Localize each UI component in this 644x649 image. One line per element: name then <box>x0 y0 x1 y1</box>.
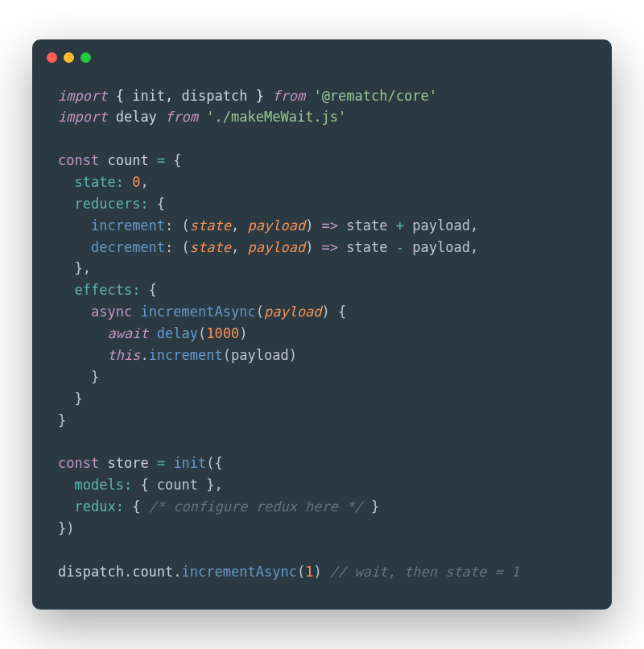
token-key: state: <box>74 174 123 190</box>
token: count <box>107 152 148 168</box>
token-keyword: async <box>91 304 132 320</box>
token: { <box>149 196 165 212</box>
token-param: payload <box>264 304 322 320</box>
token-number: 1000 <box>206 325 239 341</box>
token: . <box>173 564 181 580</box>
token-param: payload <box>247 239 305 255</box>
token: . <box>140 347 148 363</box>
token: state <box>338 239 396 255</box>
token <box>132 304 140 320</box>
token <box>58 239 91 255</box>
token-fn: delay <box>157 325 198 341</box>
token-arrow: => <box>322 239 338 255</box>
token: init <box>132 88 165 104</box>
token <box>58 325 107 341</box>
token: , <box>231 217 247 234</box>
token <box>99 152 107 168</box>
token-keyword: import <box>58 109 107 125</box>
token-keyword: from <box>272 88 305 104</box>
token-keyword: this <box>107 347 140 363</box>
token: ( <box>297 564 305 580</box>
token-fn: increment <box>149 347 223 363</box>
token: dispatch <box>58 564 124 580</box>
token: } <box>363 498 379 515</box>
token: payload, <box>404 217 478 234</box>
token-fn: decrement <box>91 239 165 255</box>
token <box>198 109 206 125</box>
token-key: effects: <box>74 282 140 298</box>
token <box>124 174 132 190</box>
token: delay <box>116 109 157 125</box>
token: payload, <box>404 239 478 255</box>
token-keyword: const <box>58 152 99 168</box>
token: ) { <box>322 304 347 320</box>
token-keyword: import <box>58 88 107 104</box>
token: { <box>140 282 156 298</box>
token: store <box>107 455 148 471</box>
token <box>58 304 91 320</box>
token-param: state <box>190 239 231 255</box>
token <box>149 455 157 471</box>
token: ( <box>256 304 264 320</box>
token <box>305 88 313 104</box>
token-keyword: const <box>58 455 99 471</box>
token: }) <box>58 520 74 536</box>
token: , <box>165 88 181 104</box>
token-comment: // wait, then state = 1 <box>330 564 519 580</box>
token-key: redux: <box>74 498 123 515</box>
token: state <box>338 217 396 234</box>
token-op: + <box>396 217 404 234</box>
token: { <box>165 152 181 168</box>
token <box>58 498 74 515</box>
token: , <box>140 174 148 190</box>
token-param: payload <box>247 217 305 234</box>
token-number: 0 <box>132 174 140 190</box>
token <box>58 196 74 212</box>
minimize-icon[interactable] <box>64 52 74 63</box>
token <box>58 217 91 234</box>
maximize-icon[interactable] <box>80 52 91 63</box>
token: ) <box>313 564 329 580</box>
token-keyword: await <box>107 325 148 341</box>
token-string: './makeMeWait.js' <box>206 109 346 125</box>
token: ({ <box>206 455 222 471</box>
close-icon[interactable] <box>47 52 57 63</box>
token-fn: init <box>173 455 206 471</box>
token-comment: /* configure redux here */ <box>149 498 363 515</box>
token <box>149 152 157 168</box>
token: dispatch <box>182 88 248 104</box>
token: ) <box>239 325 247 341</box>
token-arrow: => <box>322 217 338 234</box>
token <box>99 455 107 471</box>
token <box>58 174 74 190</box>
token-key: models: <box>74 477 132 493</box>
token <box>149 325 157 341</box>
window-titlebar <box>32 39 612 71</box>
token: { <box>124 498 149 515</box>
token: } <box>58 412 66 428</box>
token-keyword: from <box>165 109 198 125</box>
token-op: = <box>157 455 165 471</box>
token <box>107 109 115 125</box>
token-param: state <box>190 217 231 234</box>
token <box>165 455 173 471</box>
token: (payload) <box>223 347 297 363</box>
token: : ( <box>165 239 190 255</box>
token: ) <box>305 217 321 234</box>
token-op: = <box>157 152 165 168</box>
token-op: - <box>396 239 404 255</box>
token <box>58 347 107 363</box>
token: . <box>124 564 132 580</box>
token-fn: incrementAsync <box>140 304 255 320</box>
token: { <box>107 88 132 104</box>
token <box>58 477 74 493</box>
code-block: import { init, dispatch } from '@rematch… <box>32 71 612 588</box>
token: : ( <box>165 217 190 234</box>
token-string: '@rematch/core' <box>313 88 437 104</box>
token: } <box>58 369 99 385</box>
token <box>157 109 165 125</box>
token: ) <box>305 239 321 255</box>
token-fn: increment <box>91 217 165 234</box>
token: { count }, <box>132 477 223 493</box>
token: }, <box>58 260 91 276</box>
